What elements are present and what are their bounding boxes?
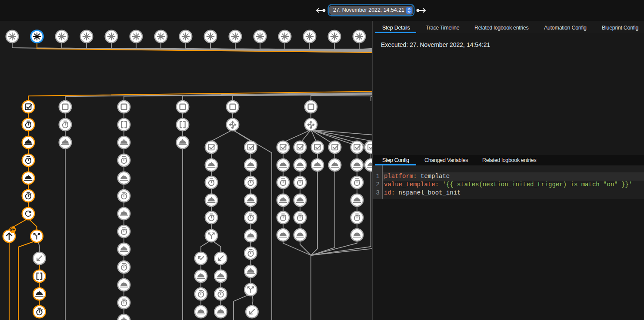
svg-text:9+: 9+ [10, 227, 15, 232]
